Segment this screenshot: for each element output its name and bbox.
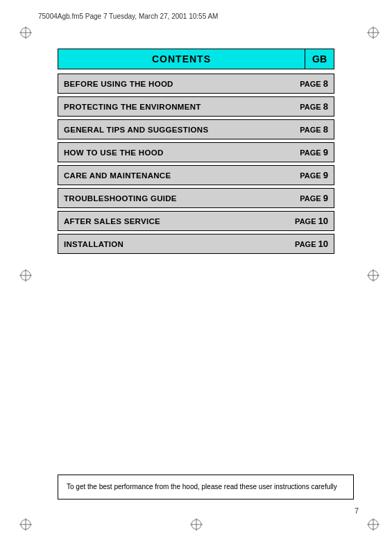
toc-row-page: PAGE 9	[289, 143, 334, 162]
toc-row-page: PAGE 10	[289, 234, 334, 253]
toc-row-page: PAGE 8	[289, 97, 334, 116]
toc-row: AFTER SALES SERVICEPAGE 10	[58, 211, 334, 231]
toc-row-label: AFTER SALES SERVICE	[58, 213, 289, 230]
toc-row-page: PAGE 9	[289, 166, 334, 185]
toc-row-label: HOW TO USE THE HOOD	[58, 144, 289, 161]
toc-row: HOW TO USE THE HOODPAGE 9	[58, 142, 334, 162]
toc-row: PROTECTING THE ENVIRONMENTPAGE 8	[58, 96, 334, 117]
toc-page-number: 9	[323, 193, 328, 203]
header-bar: 75004Agb.fm5 Page 7 Tuesday, March 27, 2…	[38, 12, 371, 20]
toc-row-label: TROUBLESHOOTING GUIDE	[58, 190, 289, 207]
toc-row-label: BEFORE USING THE HOOD	[58, 76, 289, 92]
toc-row-label: GENERAL TIPS AND SUGGESTIONS	[58, 121, 289, 138]
crosshair-bottom-left	[19, 518, 32, 531]
header-filename: 75004Agb.fm5 Page 7 Tuesday, March 27, 2…	[38, 12, 218, 20]
crosshair-mid-left	[19, 269, 32, 282]
contents-title: CONTENTS	[58, 49, 305, 69]
bottom-note: To get the best performance from the hoo…	[58, 475, 354, 500]
crosshair-top-right	[367, 26, 380, 39]
toc-row: INSTALLATIONPAGE 10	[58, 234, 334, 254]
toc-page-number: 10	[318, 216, 328, 226]
toc-page-number: 8	[323, 101, 328, 112]
toc-row-label: CARE AND MAINTENANCE	[58, 167, 289, 184]
contents-gb-label: GB	[305, 49, 334, 69]
toc-page-number: 8	[323, 124, 328, 135]
toc-page-number: 8	[323, 78, 328, 89]
toc-row: TROUBLESHOOTING GUIDEPAGE 9	[58, 188, 334, 208]
crosshair-bottom-right	[367, 518, 380, 531]
bottom-note-text: To get the best performance from the hoo…	[67, 483, 337, 490]
toc-row-page: PAGE 8	[289, 74, 334, 93]
toc-row-label: INSTALLATION	[58, 236, 289, 253]
toc-row-label: PROTECTING THE ENVIRONMENT	[58, 99, 289, 115]
page: 75004Agb.fm5 Page 7 Tuesday, March 27, 2…	[0, 0, 392, 555]
crosshair-top-left	[19, 26, 32, 39]
toc-row: CARE AND MAINTENANCEPAGE 9	[58, 165, 334, 185]
content-area: CONTENTS GB BEFORE USING THE HOODPAGE 8P…	[58, 49, 334, 257]
toc-row-page: PAGE 8	[289, 120, 334, 139]
toc-page-number: 9	[323, 147, 328, 157]
toc-page-number: 10	[318, 239, 328, 249]
toc-page-number: 9	[323, 170, 328, 180]
page-number: 7	[355, 506, 359, 515]
contents-title-row: CONTENTS GB	[58, 49, 334, 69]
toc-container: BEFORE USING THE HOODPAGE 8PROTECTING TH…	[58, 74, 334, 254]
toc-row: BEFORE USING THE HOODPAGE 8	[58, 74, 334, 94]
toc-row-page: PAGE 9	[289, 189, 334, 207]
crosshair-mid-right	[367, 269, 380, 282]
toc-row-page: PAGE 10	[289, 212, 334, 230]
toc-row: GENERAL TIPS AND SUGGESTIONSPAGE 8	[58, 119, 334, 139]
crosshair-bottom-center	[190, 518, 203, 531]
